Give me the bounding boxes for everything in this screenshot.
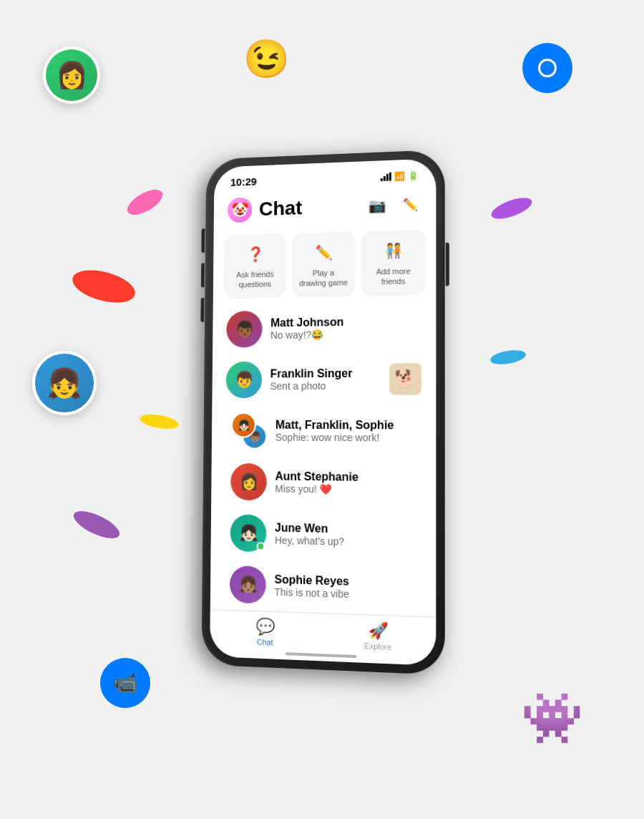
deco-blob-pink [123,185,166,220]
chat-item-stephanie[interactable]: 👩 Aunt Stephanie Miss you! ❤️ [211,455,436,510]
tab-chat[interactable]: 💬 Chat [210,616,321,649]
status-time: 10:29 [230,175,257,188]
chat-preview-franklin: Sent a photo [270,379,381,392]
tab-explore[interactable]: 🚀 Explore [321,619,436,653]
drawing-icon: ✏️ [312,241,335,263]
chat-info-sophie: Sophie Reyes This is not a vibe [274,573,421,602]
drawing-game-label: Play adrawing game [299,267,348,289]
chat-preview-june: Hey, what's up? [275,534,421,549]
camera-icon[interactable]: 📷 [366,194,389,218]
action-cards: ❓ Ask friendsquestions ✏️ Play adrawing … [213,223,436,304]
deco-blob-purple2 [489,193,535,223]
header-avatar: 🤡 [228,197,253,223]
chat-name-group: Matt, Franklin, Sophie [275,418,421,432]
action-card-ask-questions[interactable]: ❓ Ask friendsquestions [224,233,286,299]
avatar-sophie: 👧🏽 [230,566,266,604]
deco-circle-video: 📹 [100,658,150,708]
avatar-group1: 👧🏻 [231,412,256,438]
chat-list: 👦🏾 Matt Johnson No way!?😂 👦 [210,301,436,617]
chat-item-group[interactable]: 👧🏻 👦🏽 Matt, Franklin, Sophie Sophie: wow… [212,404,436,457]
compose-icon[interactable]: ✏️ [399,193,421,216]
page-title: Chat [259,195,358,220]
avatar-wrap-matt: 👦🏾 [226,311,262,348]
phone: 10:29 📶 🔋 🤡 Chat 📷 [201,150,444,675]
signal-icon [381,172,391,180]
chat-info-franklin: Franklin Singer Sent a photo [270,367,381,392]
action-card-drawing-game[interactable]: ✏️ Play adrawing game [292,232,356,298]
chat-name-franklin: Franklin Singer [270,367,381,380]
avatar-franklin: 👦 [226,361,263,397]
deco-blob-red [69,264,138,309]
chat-item-june[interactable]: 👧🏻 June Wen Hey, what's up? [210,507,436,563]
avatar-matt: 👦🏾 [226,311,262,348]
chat-tab-icon: 💬 [255,617,275,636]
avatar-wrap-group: 👧🏻 👦🏽 [231,412,268,450]
chat-header: 🤡 Chat 📷 ✏️ [214,185,436,230]
status-icons: 📶 🔋 [381,170,419,182]
chat-info-june: June Wen Hey, what's up? [275,521,421,549]
wifi-icon: 📶 [394,170,405,180]
avatar-stephanie: 👩 [230,463,267,500]
add-friends-label: Add morefriends [376,266,411,287]
deco-avatar-girl: 👧 [32,351,97,415]
action-card-add-friends[interactable]: 🧑‍🤝‍🧑 Add morefriends [361,230,426,296]
online-dot-june [256,541,265,550]
tab-bar: 💬 Chat 🚀 Explore [210,609,436,666]
avatar-wrap-june: 👧🏻 [230,514,266,552]
chat-item-sophie[interactable]: 👧🏽 Sophie Reyes This is not a vibe [210,558,436,616]
chat-name-stephanie: Aunt Stephanie [275,470,421,484]
explore-tab-label: Explore [364,641,391,651]
add-friends-icon: 🧑‍🤝‍🧑 [381,239,404,263]
avatar-wrap-stephanie: 👩 [230,463,267,500]
explore-tab-icon: 🚀 [368,621,388,641]
deco-circle-blue-top [522,43,572,93]
deco-alien-character: 👾 [521,689,583,747]
deco-blob-purple [70,505,123,543]
chat-item-matt-johnson[interactable]: 👦🏾 Matt Johnson No way!?😂 [213,301,436,355]
chat-preview-matt: No way!?😂 [270,327,421,341]
question-icon: ❓ [244,243,266,266]
deco-blob-teal [489,348,527,367]
battery-icon: 🔋 [408,170,419,181]
avatar-wrap-franklin: 👦 [226,361,263,397]
chat-preview-stephanie: Miss you! ❤️ [275,483,421,496]
ask-questions-label: Ask friendsquestions [236,269,274,290]
chat-tab-label: Chat [257,637,273,646]
deco-emoji-wink: 😉 [243,37,290,81]
avatar-group: 👧🏻 👦🏽 [231,412,268,450]
avatar-wrap-sophie: 👧🏽 [230,566,266,604]
chat-thumb-franklin: 🐕 [389,363,421,395]
chat-info-stephanie: Aunt Stephanie Miss you! ❤️ [275,470,421,496]
deco-blob-yellow [139,412,180,431]
chat-info-group: Matt, Franklin, Sophie Sophie: wow nice … [275,418,421,443]
deco-avatar-woman: 👩 [43,47,100,104]
chat-preview-group: Sophie: wow nice work! [275,431,421,443]
chat-item-franklin-singer[interactable]: 👦 Franklin Singer Sent a photo 🐕 [212,352,436,404]
chat-info-matt: Matt Johnson No way!?😂 [270,314,421,341]
